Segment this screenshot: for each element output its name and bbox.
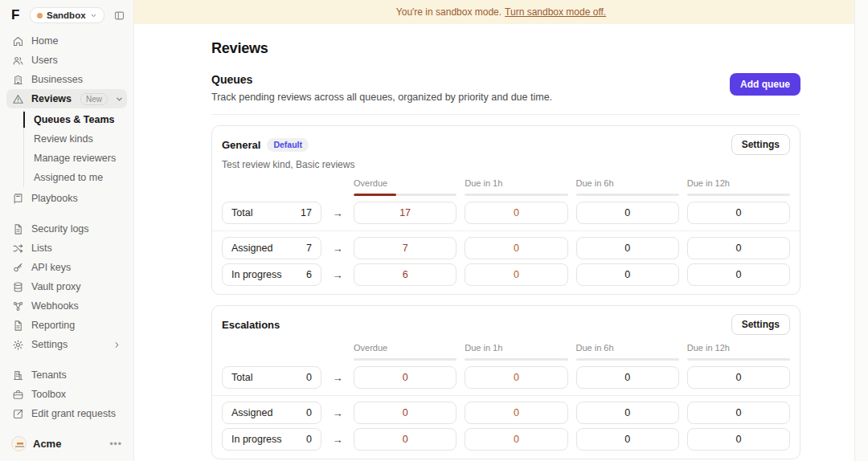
sidebar-item-label: Security logs	[31, 223, 89, 235]
column-progress-track	[687, 358, 790, 361]
sidebar-header: F Sandbox	[0, 0, 133, 28]
sidebar-item-settings[interactable]: Settings	[6, 335, 127, 354]
cell-in-progress-due-in-12h[interactable]: 0	[687, 428, 790, 451]
sidebar-item-queues-teams[interactable]: Queues & Teams	[24, 110, 127, 129]
page-content: Reviews Queues Track pending reviews acr…	[134, 24, 868, 461]
cell-total-due-in-12h[interactable]: 0	[687, 366, 790, 389]
queue-grid: OverdueDue in 1hDue in 6hDue in 12hTotal…	[222, 178, 790, 286]
sidebar-item-edit-grant-requests[interactable]: Edit grant requests	[6, 404, 127, 423]
cell-total-due-in-1h[interactable]: 0	[465, 202, 567, 224]
default-badge: Default	[267, 138, 309, 152]
sidebar-item-toolbox[interactable]: Toolbox	[6, 385, 127, 404]
cell-total-due-in-6h[interactable]: 0	[576, 202, 679, 224]
queue-card-escalations: EscalationsSettingsOverdueDue in 1hDue i…	[211, 305, 800, 459]
column-progress-track	[465, 358, 567, 361]
sidebar-item-reviews[interactable]: ReviewsNew	[6, 89, 127, 108]
card-subtitle: Test review kind, Basic reviews	[222, 159, 790, 170]
column-progress-track	[354, 194, 457, 196]
row-label-total[interactable]: Total17	[222, 202, 321, 224]
card-header: GeneralDefaultSettings	[222, 134, 790, 155]
column-header-due-in-6h: Due in 6h	[576, 178, 679, 198]
cell-assigned-due-in-1h[interactable]: 0	[465, 402, 567, 424]
sidebar-item-security-logs[interactable]: Security logs	[6, 219, 127, 239]
sidebar-item-label: Lists	[31, 243, 52, 254]
sidebar-item-review-kinds[interactable]: Review kinds	[24, 129, 127, 149]
org-switcher[interactable]: Acme •••	[0, 428, 133, 461]
sidebar-item-label: Playbooks	[31, 193, 78, 204]
cell-assigned-due-in-6h[interactable]: 0	[576, 402, 679, 424]
sidebar-item-reporting[interactable]: Reporting	[6, 316, 127, 335]
cell-assigned-due-in-12h[interactable]: 0	[687, 237, 790, 259]
turn-sandbox-off-link[interactable]: Turn sandbox mode off.	[505, 6, 606, 18]
column-label: Due in 1h	[465, 343, 567, 353]
cell-assigned-due-in-1h[interactable]: 0	[465, 237, 567, 259]
queues-section-header: Queues Track pending reviews across all …	[211, 73, 800, 103]
sidebar-item-webhooks[interactable]: Webhooks	[6, 296, 127, 316]
sidebar-item-label: Settings	[31, 339, 68, 350]
sidebar-nav: HomeUsersBusinessesReviewsNewQueues & Te…	[0, 28, 133, 428]
cell-total-overdue[interactable]: 0	[354, 366, 457, 389]
cell-total-overdue[interactable]: 17	[354, 202, 457, 224]
cell-total-due-in-1h[interactable]: 0	[465, 366, 567, 389]
sidebar-item-label: Vault proxy	[31, 281, 81, 292]
sidebar-item-label: API keys	[31, 262, 71, 273]
new-badge: New	[80, 93, 108, 105]
page-title: Reviews	[211, 40, 800, 57]
card-header: EscalationsSettings	[222, 314, 790, 335]
security-logs-icon	[12, 223, 24, 235]
cell-total-due-in-12h[interactable]: 0	[687, 202, 790, 224]
row-count: 0	[306, 372, 312, 383]
row-label-in-progress[interactable]: In progress6	[222, 263, 321, 286]
add-queue-button[interactable]: Add queue	[730, 73, 800, 96]
environment-switcher[interactable]: Sandbox	[30, 7, 104, 23]
row-label-assigned[interactable]: Assigned0	[222, 402, 321, 424]
cell-in-progress-due-in-6h[interactable]: 0	[576, 263, 679, 286]
sidebar-item-tenants[interactable]: Tenants	[6, 365, 127, 385]
cell-assigned-overdue[interactable]: 7	[354, 237, 457, 259]
settings-button[interactable]: Settings	[731, 134, 790, 155]
cell-in-progress-due-in-12h[interactable]: 0	[687, 263, 790, 286]
sidebar-item-playbooks[interactable]: Playbooks	[6, 189, 127, 208]
column-header-due-in-1h: Due in 1h	[465, 343, 567, 362]
column-label: Due in 12h	[687, 178, 790, 188]
sidebar-item-lists[interactable]: Lists	[6, 239, 127, 258]
cell-total-due-in-6h[interactable]: 0	[576, 366, 679, 389]
cell-assigned-due-in-12h[interactable]: 0	[687, 402, 790, 424]
row-label-total[interactable]: Total0	[222, 366, 321, 389]
cell-in-progress-overdue[interactable]: 0	[354, 428, 457, 451]
row-label-assigned[interactable]: Assigned7	[222, 237, 321, 259]
column-label: Due in 6h	[576, 178, 679, 188]
sidebar-item-label: Reporting	[31, 320, 75, 331]
sidebar-item-home[interactable]: Home	[6, 31, 127, 51]
arrow-right-icon: →	[330, 207, 346, 219]
cell-in-progress-due-in-6h[interactable]: 0	[576, 428, 679, 451]
cell-assigned-due-in-6h[interactable]: 0	[576, 237, 679, 259]
row-count: 0	[306, 407, 312, 418]
users-icon	[12, 55, 24, 67]
vault-proxy-icon	[12, 281, 24, 293]
column-label: Due in 12h	[687, 343, 790, 353]
sidebar-subnav: Queues & TeamsReview kindsManage reviewe…	[23, 110, 127, 187]
sidebar-item-api-keys[interactable]: API keys	[6, 258, 127, 277]
cell-in-progress-overdue[interactable]: 6	[354, 263, 457, 286]
row-count: 6	[306, 269, 312, 280]
cell-assigned-overdue[interactable]: 0	[354, 402, 457, 424]
scrollbar[interactable]	[854, 0, 868, 461]
sidebar-item-assigned-to-me[interactable]: Assigned to me	[24, 168, 127, 187]
settings-button[interactable]: Settings	[731, 314, 790, 335]
row-label-in-progress[interactable]: In progress0	[222, 428, 321, 451]
cell-in-progress-due-in-1h[interactable]: 0	[465, 263, 567, 286]
sidebar-item-users[interactable]: Users	[6, 51, 127, 70]
column-header-due-in-1h: Due in 1h	[465, 178, 567, 198]
org-more-button[interactable]: •••	[109, 439, 122, 450]
cell-in-progress-due-in-1h[interactable]: 0	[465, 428, 567, 451]
sidebar-collapse-button[interactable]	[113, 10, 125, 22]
sidebar-item-vault-proxy[interactable]: Vault proxy	[6, 277, 127, 296]
arrow-right-icon: →	[330, 372, 346, 384]
column-header-overdue: Overdue	[354, 343, 457, 362]
overdue-progress-fill	[354, 194, 396, 196]
chevron-down-icon	[90, 12, 97, 19]
sidebar-item-manage-reviewers[interactable]: Manage reviewers	[24, 149, 127, 168]
sidebar-item-businesses[interactable]: Businesses	[6, 70, 127, 89]
row-label-text: Assigned	[231, 407, 272, 418]
